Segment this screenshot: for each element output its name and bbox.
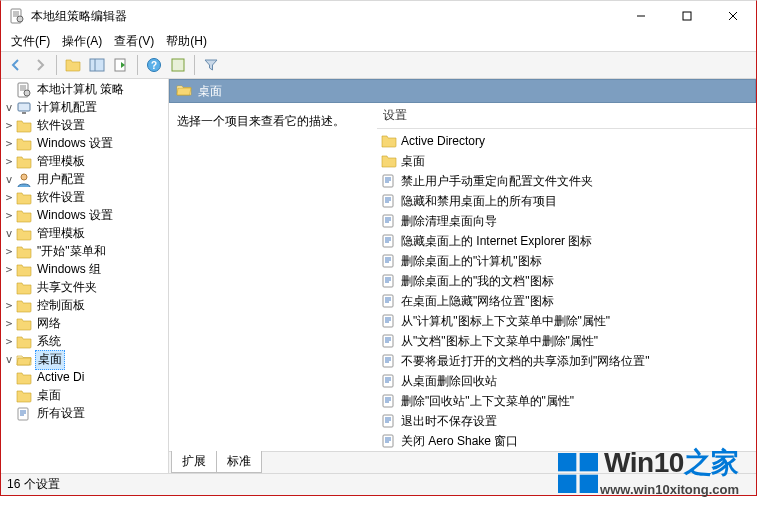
list-item-label: 从"计算机"图标上下文菜单中删除"属性"	[401, 313, 610, 330]
watermark-suffix: 之家	[684, 447, 739, 478]
tree-admin-templates[interactable]: >管理模板	[3, 153, 168, 171]
menu-help[interactable]: 帮助(H)	[160, 31, 213, 52]
list-item[interactable]: 删除桌面上的"计算机"图标	[381, 251, 752, 271]
description-column: 选择一个项目来查看它的描述。	[169, 103, 377, 451]
tree-windows-components[interactable]: >Windows 组	[3, 261, 168, 279]
folder-icon	[16, 136, 32, 152]
computer-icon	[16, 100, 32, 116]
maximize-button[interactable]	[664, 1, 710, 31]
menu-action[interactable]: 操作(A)	[56, 31, 108, 52]
close-button[interactable]	[710, 1, 756, 31]
list-item[interactable]: 隐藏和禁用桌面上的所有项目	[381, 191, 752, 211]
tree-desktop-sub[interactable]: >桌面	[3, 387, 168, 405]
list-item[interactable]: 不要将最近打开的文档的共享添加到"网络位置"	[381, 351, 752, 371]
setting-icon	[381, 233, 397, 249]
settings-list[interactable]: 设置 Active Directory桌面禁止用户手动重定向配置文件文件夹隐藏和…	[377, 103, 756, 451]
folder-icon	[16, 316, 32, 332]
toolbar-separator	[137, 55, 138, 75]
menubar: 文件(F) 操作(A) 查看(V) 帮助(H)	[1, 31, 756, 51]
watermark: Win10之家 www.win10xitong.com	[558, 444, 739, 501]
tree-software-settings[interactable]: >软件设置	[3, 117, 168, 135]
tree-shared-folders[interactable]: >共享文件夹	[3, 279, 168, 297]
list-item[interactable]: 从桌面删除回收站	[381, 371, 752, 391]
setting-icon	[381, 253, 397, 269]
watermark-url: www.win10xitong.com	[600, 482, 739, 497]
folder-icon	[16, 280, 32, 296]
tree-windows-settings[interactable]: >Windows 设置	[3, 207, 168, 225]
folder-icon	[381, 153, 397, 169]
tree-all-settings[interactable]: >所有设置	[3, 405, 168, 423]
list-item-label: 从桌面删除回收站	[401, 373, 497, 390]
list-item-label: 不要将最近打开的文档的共享添加到"网络位置"	[401, 353, 650, 370]
list-item-label: 从"文档"图标上下文菜单中删除"属性"	[401, 333, 598, 350]
tree-root[interactable]: ▾本地计算机 策略	[3, 81, 168, 99]
tree-computer-config[interactable]: v计算机配置	[3, 99, 168, 117]
menu-view[interactable]: 查看(V)	[108, 31, 160, 52]
forward-button[interactable]	[29, 54, 51, 76]
tree-pane[interactable]: ▾本地计算机 策略 v计算机配置 >软件设置 >Windows 设置 >管理模板…	[1, 79, 169, 473]
list-item-label: Active Directory	[401, 134, 485, 148]
back-button[interactable]	[5, 54, 27, 76]
tree-user-config[interactable]: v用户配置	[3, 171, 168, 189]
setting-icon	[381, 373, 397, 389]
list-item[interactable]: 禁止用户手动重定向配置文件文件夹	[381, 171, 752, 191]
list-item-label: 桌面	[401, 153, 425, 170]
client-area: ▾本地计算机 策略 v计算机配置 >软件设置 >Windows 设置 >管理模板…	[1, 79, 756, 473]
folder-icon	[16, 334, 32, 350]
description-prompt: 选择一个项目来查看它的描述。	[177, 114, 345, 128]
menu-file[interactable]: 文件(F)	[5, 31, 56, 52]
setting-icon	[381, 433, 397, 449]
details-header: 桌面	[169, 79, 756, 103]
toolbar-separator	[56, 55, 57, 75]
list-item-label: 退出时不保存设置	[401, 413, 497, 430]
list-item[interactable]: 从"文档"图标上下文菜单中删除"属性"	[381, 331, 752, 351]
tree-active-directory[interactable]: >Active Di	[3, 369, 168, 387]
tree-control-panel[interactable]: >控制面板	[3, 297, 168, 315]
tab-standard[interactable]: 标准	[216, 451, 262, 473]
list-item[interactable]: 在桌面上隐藏"网络位置"图标	[381, 291, 752, 311]
list-item[interactable]: 删除"回收站"上下文菜单的"属性"	[381, 391, 752, 411]
minimize-button[interactable]	[618, 1, 664, 31]
folder-icon	[16, 118, 32, 134]
tree-system[interactable]: >系统	[3, 333, 168, 351]
list-item[interactable]: 删除清理桌面向导	[381, 211, 752, 231]
tree-network[interactable]: >网络	[3, 315, 168, 333]
list-item-label: 关闭 Aero Shake 窗口	[401, 433, 518, 450]
setting-icon	[381, 273, 397, 289]
list-item[interactable]: 退出时不保存设置	[381, 411, 752, 431]
list-item[interactable]: 从"计算机"图标上下文菜单中删除"属性"	[381, 311, 752, 331]
svg-rect-25	[172, 59, 184, 71]
export-button[interactable]	[110, 54, 132, 76]
folder-icon	[16, 190, 32, 206]
tree-start-menu[interactable]: >"开始"菜单和	[3, 243, 168, 261]
show-hide-tree-button[interactable]	[86, 54, 108, 76]
titlebar[interactable]: 本地组策略编辑器	[1, 1, 756, 31]
tree-admin-templates[interactable]: v管理模板	[3, 225, 168, 243]
list-item[interactable]: 隐藏桌面上的 Internet Explorer 图标	[381, 231, 752, 251]
properties-button[interactable]	[167, 54, 189, 76]
folder-icon	[16, 244, 32, 260]
folder-icon	[16, 370, 32, 386]
tree-desktop[interactable]: v桌面	[3, 351, 168, 369]
root-icon	[16, 82, 32, 98]
up-button[interactable]	[62, 54, 84, 76]
filter-button[interactable]	[200, 54, 222, 76]
list-item[interactable]: 删除桌面上的"我的文档"图标	[381, 271, 752, 291]
folder-icon	[16, 298, 32, 314]
setting-icon	[381, 353, 397, 369]
setting-icon	[381, 333, 397, 349]
folder-icon	[16, 262, 32, 278]
tree-software-settings[interactable]: >软件设置	[3, 189, 168, 207]
list-item[interactable]: 桌面	[381, 151, 752, 171]
folder-open-icon	[176, 82, 192, 101]
column-header-setting[interactable]: 设置	[377, 103, 756, 129]
tree-windows-settings[interactable]: >Windows 设置	[3, 135, 168, 153]
details-pane: 桌面 选择一个项目来查看它的描述。 设置 Active Directory桌面禁…	[169, 79, 756, 473]
folder-icon	[381, 133, 397, 149]
setting-icon	[381, 293, 397, 309]
tab-extended[interactable]: 扩展	[171, 451, 217, 473]
status-count: 16 个设置	[7, 476, 60, 493]
help-button[interactable]	[143, 54, 165, 76]
list-item[interactable]: Active Directory	[381, 131, 752, 151]
settings-icon	[16, 406, 32, 422]
